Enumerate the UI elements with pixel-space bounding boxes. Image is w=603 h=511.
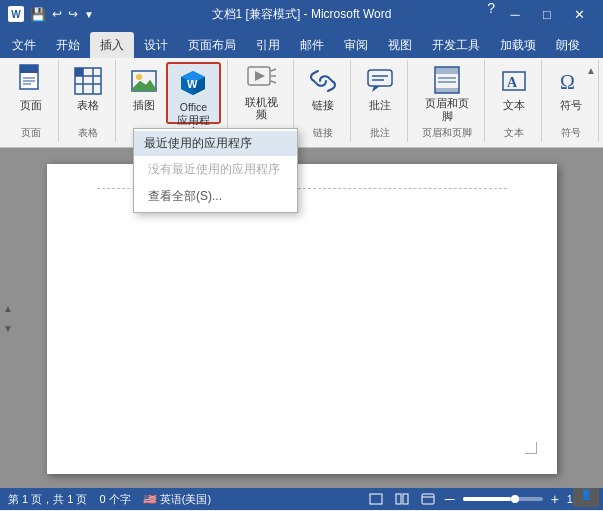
ribbon-group-pages: 页面 页面 (4, 60, 59, 142)
link-icon (307, 65, 339, 97)
status-words: 0 个字 (99, 492, 130, 507)
status-page: 第 1 页，共 1 页 (8, 492, 87, 507)
btn-textbox[interactable]: A 文本 (493, 62, 535, 124)
tab-view[interactable]: 视图 (378, 32, 422, 58)
tab-references[interactable]: 引用 (246, 32, 290, 58)
ribbon-collapse-btn[interactable]: ▲ (583, 62, 599, 78)
customize-btn[interactable]: ▼ (84, 9, 94, 20)
btn-page[interactable]: 页面 (10, 62, 52, 124)
svg-rect-10 (75, 68, 83, 76)
page-icon (15, 65, 47, 97)
ribbon-group-header-footer: 页眉和页脚 页眉和页脚 (410, 60, 485, 142)
svg-marker-25 (372, 86, 380, 92)
word-icon: W (8, 6, 24, 22)
svg-point-12 (136, 74, 142, 80)
btn-picture[interactable]: 插图 (124, 62, 164, 124)
svg-rect-39 (422, 494, 434, 504)
btn-online-video[interactable]: 联机视频 (236, 62, 287, 124)
zoom-slider[interactable] (463, 497, 543, 501)
btn-comment[interactable]: 批注 (359, 62, 401, 124)
view-read-btn[interactable] (393, 491, 411, 507)
btn-header[interactable]: 页眉和页脚 (416, 62, 478, 124)
group-text-label: 文本 (493, 124, 535, 140)
group-tables-label: 表格 (67, 124, 109, 140)
redo-btn[interactable]: ↪ (68, 7, 78, 21)
svg-rect-38 (403, 494, 408, 504)
svg-text:W: W (187, 78, 198, 90)
view-print-btn[interactable] (367, 491, 385, 507)
group-header-footer-label: 页眉和页脚 (416, 124, 478, 140)
header-icon (431, 65, 463, 95)
svg-marker-13 (132, 80, 156, 91)
ribbon-group-text: A 文本 文本 (487, 60, 542, 142)
dropdown-item-view-all[interactable]: 查看全部(S)... (134, 183, 297, 210)
close-button[interactable]: ✕ (563, 0, 595, 28)
help-icon[interactable]: ? (487, 0, 495, 28)
ribbon-group-tables: 表格 表格 (61, 60, 116, 142)
group-comments-label: 批注 (359, 124, 401, 140)
ribbon-group-comments: 批注 批注 (353, 60, 408, 142)
zoom-minus[interactable]: ─ (445, 491, 455, 507)
btn-link[interactable]: 链接 (302, 62, 344, 124)
window-controls: ? ─ □ ✕ (487, 0, 595, 28)
language-text: 英语(美国) (160, 493, 211, 505)
dropdown-header: 最近使用的应用程序 (134, 131, 297, 156)
prev-page-btn[interactable]: ▲ (2, 300, 14, 316)
document-page[interactable] (47, 164, 557, 474)
group-symbols-label: 符号 (550, 124, 592, 140)
page-corner (525, 442, 537, 454)
btn-picture-label: 插图 (133, 99, 155, 112)
svg-marker-20 (255, 71, 265, 81)
view-web-btn[interactable] (419, 491, 437, 507)
status-bar: 第 1 页，共 1 页 0 个字 🇺🇸 英语(美国) ─ + 108% (0, 488, 603, 510)
dropdown-item-no-recent: 没有最近使用的应用程序 (134, 156, 297, 183)
btn-table[interactable]: 表格 (67, 62, 109, 124)
language-flag: 🇺🇸 (143, 493, 157, 505)
btn-comment-label: 批注 (369, 99, 391, 112)
tab-insert[interactable]: 插入 (90, 32, 134, 58)
quick-save[interactable]: 💾 (30, 7, 46, 22)
svg-line-22 (271, 81, 276, 83)
title-bar-left: W 💾 ↩ ↪ ▼ (8, 6, 94, 22)
svg-rect-30 (435, 88, 459, 93)
comment-icon (364, 65, 396, 97)
btn-office-app[interactable]: W Office应用程序 (166, 62, 221, 124)
tab-mailings[interactable]: 邮件 (290, 32, 334, 58)
tab-file[interactable]: 文件 (2, 32, 46, 58)
svg-line-21 (271, 69, 276, 71)
tab-lang[interactable]: 朗俊 (546, 32, 590, 58)
maximize-button[interactable]: □ (531, 0, 563, 28)
picture-icon (128, 65, 160, 97)
btn-link-label: 链接 (312, 99, 334, 112)
title-bar: W 💾 ↩ ↪ ▼ 文档1 [兼容模式] - Microsoft Word ? … (0, 0, 603, 28)
btn-page-label: 页面 (20, 99, 42, 112)
tab-page-layout[interactable]: 页面布局 (178, 32, 246, 58)
tab-design[interactable]: 设计 (134, 32, 178, 58)
document-area: ▲ ▼ (0, 148, 603, 488)
zoom-thumb (511, 495, 519, 503)
ribbon: 页面 页面 表格 表格 (0, 58, 603, 148)
page-navigation: ▲ ▼ (2, 300, 14, 336)
tab-addins[interactable]: 加载项 (490, 32, 546, 58)
svg-rect-1 (20, 65, 38, 73)
status-language: 🇺🇸 英语(美国) (143, 492, 211, 507)
tab-home[interactable]: 开始 (46, 32, 90, 58)
svg-rect-24 (368, 70, 392, 86)
zoom-plus[interactable]: + (551, 491, 559, 507)
svg-rect-29 (435, 67, 459, 74)
btn-table-label: 表格 (77, 99, 99, 112)
undo-btn[interactable]: ↩ (52, 7, 62, 21)
zoom-track (463, 497, 511, 501)
ribbon-tab-bar: 文件 开始 插入 设计 页面布局 引用 邮件 审阅 视图 开发工具 加载项 朗俊… (0, 28, 603, 58)
office-app-icon: W (177, 67, 209, 99)
tab-review[interactable]: 审阅 (334, 32, 378, 58)
btn-online-video-label: 联机视频 (241, 96, 282, 121)
tab-developer[interactable]: 开发工具 (422, 32, 490, 58)
btn-header-label: 页眉和页脚 (421, 97, 473, 122)
svg-text:Ω: Ω (560, 71, 575, 93)
btn-symbol-label: 符号 (560, 99, 582, 112)
minimize-button[interactable]: ─ (499, 0, 531, 28)
svg-rect-37 (396, 494, 401, 504)
group-links-label: 链接 (302, 124, 344, 140)
next-page-btn[interactable]: ▼ (2, 320, 14, 336)
